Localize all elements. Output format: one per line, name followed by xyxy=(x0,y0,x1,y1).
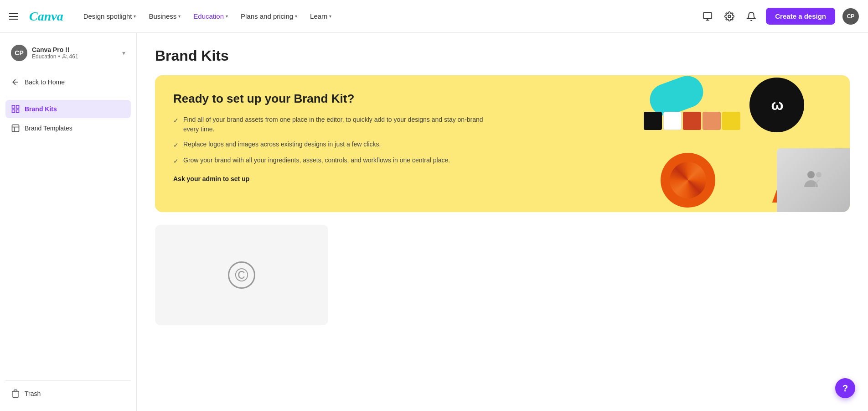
brand-templates-icon xyxy=(11,124,20,133)
hero-banner: Ready to set up your Brand Kit? ✓ Find a… xyxy=(155,75,850,212)
swatch-yellow xyxy=(722,112,740,130)
divider xyxy=(5,380,131,381)
svg-rect-9 xyxy=(16,110,19,113)
svg-rect-6 xyxy=(12,106,15,109)
create-design-button[interactable]: Create a design xyxy=(766,8,835,25)
check-icon: ✓ xyxy=(173,156,179,166)
hero-content: Ready to set up your Brand Kit? ✓ Find a… xyxy=(173,92,483,196)
bell-icon[interactable] xyxy=(744,9,759,24)
user-avatar[interactable]: CP xyxy=(842,8,859,25)
hamburger-menu[interactable] xyxy=(9,13,18,20)
brand-kit-card-placeholder: © xyxy=(155,225,328,325)
nav-plans-pricing[interactable]: Plans and pricing ▾ xyxy=(235,9,303,24)
swatch-red xyxy=(683,112,701,130)
chevron-down-icon: ▾ xyxy=(226,14,228,19)
nav-right: Create a design CP xyxy=(700,8,859,25)
sidebar-item-brand-templates[interactable]: Brand Templates xyxy=(5,119,131,137)
chevron-down-icon: ▾ xyxy=(178,14,181,19)
sidebar-item-back-to-home[interactable]: Back to Home xyxy=(5,73,131,91)
chevron-down-icon: ▾ xyxy=(122,49,125,57)
svg-point-3 xyxy=(728,15,731,18)
color-swatches xyxy=(644,112,740,130)
swatch-white xyxy=(663,112,682,130)
orange-decoration xyxy=(661,153,715,208)
chevron-down-icon: ▾ xyxy=(134,14,136,19)
svg-point-4 xyxy=(63,55,65,57)
settings-icon[interactable] xyxy=(722,9,737,24)
canva-logo[interactable]: Canva xyxy=(29,9,63,24)
feature-item-2: ✓ Replace logos and images across existi… xyxy=(173,140,483,150)
hero-cta[interactable]: Ask your admin to set up xyxy=(173,175,483,182)
hero-features: ✓ Find all of your brand assets from one… xyxy=(173,115,483,166)
logo-circle-decoration: ω xyxy=(749,78,804,132)
feature-item-3: ✓ Grow your brand with all your ingredie… xyxy=(173,156,483,166)
page-title: Brand Kits xyxy=(155,47,850,64)
svg-rect-7 xyxy=(16,106,19,109)
sidebar-bottom: Trash xyxy=(5,377,131,404)
chevron-down-icon: ▾ xyxy=(329,14,331,19)
sidebar-item-trash[interactable]: Trash xyxy=(5,385,131,403)
svg-point-13 xyxy=(807,171,815,178)
nav-education[interactable]: Education ▾ xyxy=(188,9,233,24)
monitor-icon[interactable] xyxy=(700,9,715,24)
swatch-orange xyxy=(703,112,721,130)
help-button[interactable]: ? xyxy=(835,378,855,398)
topnav: Canva Design spotlight ▾ Business ▾ Educ… xyxy=(0,0,868,33)
svg-rect-10 xyxy=(12,125,19,132)
nav-design-spotlight[interactable]: Design spotlight ▾ xyxy=(78,9,142,24)
swatch-black xyxy=(644,112,662,130)
chevron-down-icon: ▾ xyxy=(295,14,297,19)
workspace-avatar: CP xyxy=(11,45,27,61)
main-content: Brand Kits Ready to set up your Brand Ki… xyxy=(137,33,868,411)
svg-rect-8 xyxy=(12,110,15,113)
brand-kits-icon xyxy=(11,104,20,114)
nav-learn[interactable]: Learn ▾ xyxy=(305,9,337,24)
check-icon: ✓ xyxy=(173,116,179,125)
check-icon: ✓ xyxy=(173,140,179,150)
divider xyxy=(5,96,131,96)
workspace-name: Canva Pro !! xyxy=(32,46,118,53)
hero-title: Ready to set up your Brand Kit? xyxy=(173,92,483,106)
typography-decoration: Aa xyxy=(771,175,813,208)
sidebar-item-brand-kits[interactable]: Brand Kits xyxy=(5,100,131,118)
copyright-icon: © xyxy=(228,261,255,289)
sidebar: CP Canva Pro !! Education • 461 ▾ Back t… xyxy=(0,33,137,411)
teal-decoration xyxy=(646,75,708,120)
workspace-selector[interactable]: CP Canva Pro !! Education • 461 ▾ xyxy=(5,40,131,66)
nav-items: Design spotlight ▾ Business ▾ Education … xyxy=(78,9,690,24)
trash-icon xyxy=(11,389,20,398)
people-image xyxy=(777,148,850,212)
svg-point-14 xyxy=(816,172,822,177)
nav-business[interactable]: Business ▾ xyxy=(143,9,186,24)
svg-rect-0 xyxy=(703,12,712,18)
arrow-left-icon xyxy=(11,78,20,87)
feature-item-1: ✓ Find all of your brand assets from one… xyxy=(173,115,483,134)
hero-decorative: ω Aa xyxy=(631,75,850,212)
workspace-sub: Education • 461 xyxy=(32,53,118,60)
